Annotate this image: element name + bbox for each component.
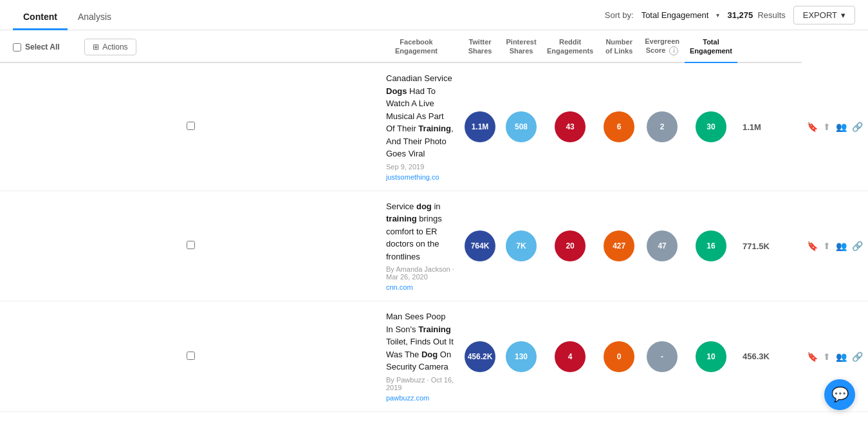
fb-circle-1: 764K bbox=[465, 230, 495, 261]
users-icon-0[interactable]: 👥 bbox=[836, 122, 847, 132]
fb-engagement-3: 423.5K bbox=[459, 411, 501, 423]
share-icon-1[interactable]: ⬆ bbox=[823, 241, 831, 251]
results-count: 31,275 Results bbox=[727, 10, 785, 20]
col-actions-icons bbox=[737, 30, 802, 62]
col-reddit: RedditEngagements bbox=[542, 30, 598, 62]
link-icon-1[interactable]: 🔗 bbox=[852, 241, 863, 251]
evergreen-score-2: 10 bbox=[685, 301, 737, 412]
evergreen-score-3: 23 bbox=[685, 411, 737, 423]
bookmark-icon-0[interactable]: 🔖 bbox=[807, 122, 818, 132]
action-icons-cell-1: 🔖 ⬆ 👥 🔗 bbox=[802, 191, 868, 301]
pinterest-shares-1: 20 bbox=[542, 191, 598, 301]
col-twitter: TwitterShares bbox=[459, 30, 501, 62]
article-link-1[interactable]: cnn.com bbox=[386, 283, 413, 291]
article-title-1: Service dog in training brings comfort t… bbox=[386, 200, 454, 263]
article-meta-0: Sep 9, 2019 bbox=[386, 163, 454, 171]
article-title-cell-3: A crew of Canadian service dogs watched … bbox=[373, 411, 459, 423]
article-link-0[interactable]: justsomething.co bbox=[386, 173, 439, 181]
reddit-circle-2: 0 bbox=[604, 341, 634, 372]
action-icons-cell-3: 🔖 ⬆ 👥 🔗 bbox=[802, 411, 868, 423]
share-icon-2[interactable]: ⬆ bbox=[823, 352, 831, 362]
share-icon-0[interactable]: ⬆ bbox=[823, 122, 831, 132]
select-all-checkbox[interactable] bbox=[13, 43, 21, 52]
chat-button[interactable]: 💬 bbox=[824, 379, 855, 410]
users-icon-2[interactable]: 👥 bbox=[836, 352, 847, 362]
link-icon-0[interactable]: 🔗 bbox=[852, 122, 863, 132]
article-title-cell-0: Canadian Service Dogs Had To Watch A Liv… bbox=[373, 62, 459, 191]
num-links-0: 2 bbox=[640, 62, 685, 191]
pin-circle-0: 43 bbox=[555, 111, 586, 142]
export-button[interactable]: EXPORT ▾ bbox=[793, 6, 855, 24]
evergreen-score-0: 30 bbox=[685, 62, 737, 191]
bookmark-icon-2[interactable]: 🔖 bbox=[807, 352, 818, 362]
reddit-engagements-3: 174 bbox=[598, 411, 640, 423]
link-icon-2[interactable]: 🔗 bbox=[852, 352, 863, 362]
tab-analysis[interactable]: Analysis bbox=[68, 5, 122, 30]
col-total: TotalEngagement bbox=[685, 30, 737, 62]
pinterest-shares-0: 43 bbox=[542, 62, 598, 191]
reddit-engagements-1: 427 bbox=[598, 191, 640, 301]
reddit-circle-0: 6 bbox=[604, 111, 634, 142]
table-row: Man Sees Poop In Son's Training Toilet, … bbox=[0, 301, 868, 412]
num-links-1: 47 bbox=[640, 191, 685, 301]
table-row: Service dog in training brings comfort t… bbox=[0, 191, 868, 301]
sort-chevron-icon[interactable]: ▾ bbox=[716, 12, 719, 19]
fb-engagement-2: 456.2K bbox=[459, 301, 501, 412]
sort-label: Sort by: bbox=[605, 10, 634, 20]
links-circle-2: - bbox=[647, 341, 678, 372]
evergreen-circle-0: 30 bbox=[696, 111, 726, 142]
evergreen-circle-2: 10 bbox=[696, 341, 726, 372]
tw-circle-2: 130 bbox=[506, 341, 537, 372]
table-row: Canadian Service Dogs Had To Watch A Liv… bbox=[0, 62, 868, 191]
top-bar: Content Analysis Sort by: Total Engageme… bbox=[0, 0, 868, 30]
evergreen-info-icon[interactable]: i bbox=[669, 46, 678, 55]
pinterest-shares-2: 4 bbox=[542, 301, 598, 412]
twitter-shares-0: 508 bbox=[501, 62, 542, 191]
col-evergreen: EvergreenScore i bbox=[640, 30, 685, 62]
content-table: Select All ⊞ Actions FacebookEngagement … bbox=[0, 30, 868, 423]
actions-button[interactable]: ⊞ Actions bbox=[84, 39, 136, 55]
reddit-circle-1: 427 bbox=[604, 230, 634, 261]
actions-icon: ⊞ bbox=[93, 42, 99, 52]
pinterest-shares-3: 26 bbox=[542, 411, 598, 423]
users-icon-1[interactable]: 👥 bbox=[836, 241, 847, 251]
article-title-2: Man Sees Poop In Son's Training Toilet, … bbox=[386, 310, 454, 373]
twitter-shares-2: 130 bbox=[501, 301, 542, 412]
table-row: A crew of Canadian service dogs watched … bbox=[0, 411, 868, 423]
col-facebook: FacebookEngagement bbox=[373, 30, 459, 62]
col-links: Numberof Links bbox=[598, 30, 640, 62]
content-table-container: Select All ⊞ Actions FacebookEngagement … bbox=[0, 30, 868, 423]
reddit-engagements-2: 0 bbox=[598, 301, 640, 412]
total-val-1: 771.5K bbox=[743, 241, 781, 251]
twitter-shares-1: 7K bbox=[501, 191, 542, 301]
links-circle-0: 2 bbox=[647, 111, 678, 142]
total-val-2: 456.3K bbox=[743, 352, 781, 361]
bookmark-icon-1[interactable]: 🔖 bbox=[807, 241, 818, 251]
article-title-cell-1: Service dog in training brings comfort t… bbox=[373, 191, 459, 301]
total-engagement-2: 456.3K bbox=[737, 301, 802, 412]
fb-engagement-0: 1.1M bbox=[459, 62, 501, 191]
fb-engagement-1: 764K bbox=[459, 191, 501, 301]
row-checkbox-0[interactable] bbox=[187, 122, 195, 130]
fb-circle-0: 1.1M bbox=[465, 111, 495, 142]
links-circle-1: 47 bbox=[647, 230, 678, 261]
tabs: Content Analysis bbox=[13, 5, 122, 30]
col-pinterest: PinterestShares bbox=[501, 30, 542, 62]
row-checkbox-2[interactable] bbox=[187, 352, 195, 360]
article-meta-1: By Amanda Jackson · Mar 26, 2020 bbox=[386, 265, 454, 281]
top-right-controls: Sort by: Total Engagement ▾ 31,275 Resul… bbox=[605, 6, 855, 30]
action-icons-cell-0: 🔖 ⬆ 👥 🔗 bbox=[802, 62, 868, 191]
reddit-engagements-0: 6 bbox=[598, 62, 640, 191]
export-chevron-icon: ▾ bbox=[841, 10, 845, 20]
row-checkbox-1[interactable] bbox=[187, 241, 195, 249]
pin-circle-1: 20 bbox=[555, 230, 586, 261]
sort-value[interactable]: Total Engagement bbox=[642, 10, 709, 20]
total-engagement-0: 1.1M bbox=[737, 62, 802, 191]
pin-circle-2: 4 bbox=[555, 341, 586, 372]
num-links-2: - bbox=[640, 301, 685, 412]
evergreen-score-1: 16 bbox=[685, 191, 737, 301]
article-link-2[interactable]: pawbuzz.com bbox=[386, 394, 429, 402]
evergreen-circle-1: 16 bbox=[696, 230, 726, 261]
total-engagement-3: 426.7K bbox=[737, 411, 802, 423]
tab-content[interactable]: Content bbox=[13, 5, 68, 30]
